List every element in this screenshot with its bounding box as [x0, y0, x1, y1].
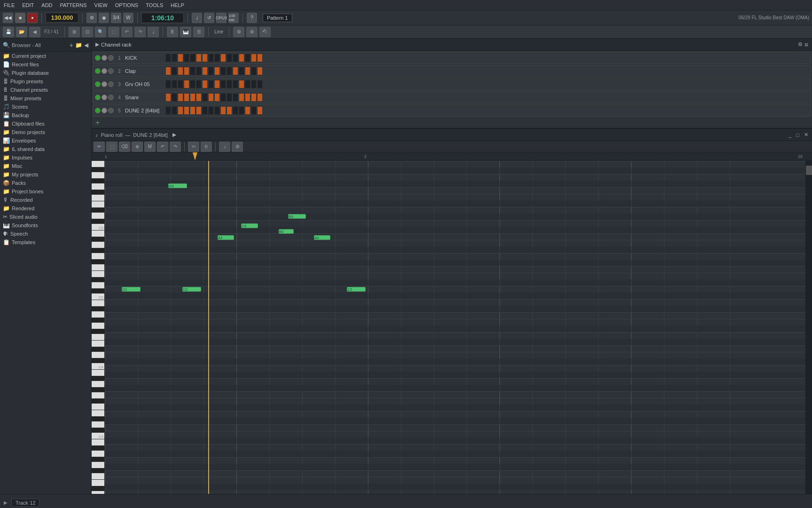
pad-1-0[interactable]: [165, 67, 171, 75]
ch-mute-1[interactable]: [102, 68, 107, 74]
ch-name-0[interactable]: KICK: [123, 55, 165, 61]
pad-3-12[interactable]: [239, 93, 244, 102]
pad-2-3[interactable]: [184, 80, 189, 88]
pad-2-13[interactable]: [245, 80, 250, 88]
piano-key-A6[interactable]: [92, 172, 104, 179]
pad-3-5[interactable]: [196, 93, 202, 102]
plugin-btn[interactable]: 🔌: [259, 27, 271, 37]
back-icon[interactable]: ◀: [84, 42, 88, 48]
pad-1-14[interactable]: [251, 67, 257, 75]
pad-3-0[interactable]: [165, 93, 171, 102]
channel-row-4[interactable]: 5 DUNE 2 [64bit]: [93, 104, 811, 117]
ch-name-3[interactable]: Snare: [123, 95, 165, 100]
ch-name-1[interactable]: Clap: [123, 68, 165, 74]
piano-key-A#5[interactable]: [92, 237, 104, 242]
channel-row-0[interactable]: 1 KICK: [93, 52, 811, 64]
sidebar-item-sliced-audio[interactable]: ✂Sliced audio: [0, 213, 91, 221]
pad-1-15[interactable]: [257, 67, 263, 75]
piano-key-A#4[interactable]: [92, 307, 104, 311]
tool-icon-2[interactable]: ◉: [99, 13, 109, 23]
channel-row-2[interactable]: 3 Grv OH 05: [93, 78, 811, 90]
pad-1-8[interactable]: [214, 67, 220, 75]
pad-2-9[interactable]: [220, 80, 226, 88]
piano-key-G#6[interactable]: [92, 179, 104, 183]
menu-patterns[interactable]: PATTERNS: [58, 2, 89, 8]
piano-key-D3[interactable]: [92, 421, 104, 428]
pad-3-10[interactable]: [226, 93, 232, 102]
piano-key-A#3[interactable]: [92, 376, 104, 381]
pad-0-5[interactable]: [196, 54, 202, 62]
pr-settings[interactable]: ⚙: [232, 142, 243, 152]
piano-key-F6[interactable]: [92, 195, 104, 201]
piano-key-G#3[interactable]: [92, 388, 104, 392]
pad-0-6[interactable]: [202, 54, 208, 62]
tool-icon-3[interactable]: 3/4: [111, 13, 121, 23]
piano-key-A5[interactable]: [92, 242, 104, 248]
ch-solo-0[interactable]: [108, 55, 114, 61]
piano-key-F4[interactable]: [92, 334, 104, 341]
pad-1-9[interactable]: [220, 67, 226, 75]
pr-mute[interactable]: M: [144, 142, 156, 152]
piano-key-C5[interactable]: C5: [92, 294, 104, 300]
pad-4-9[interactable]: [220, 106, 226, 115]
pr-copy[interactable]: ⎘: [201, 142, 212, 152]
menu-edit[interactable]: EDIT: [20, 2, 36, 8]
ch-name-4[interactable]: DUNE 2 [64bit]: [123, 108, 165, 113]
piano-key-D#4[interactable]: [92, 347, 104, 352]
piano-key-C3[interactable]: C3: [92, 433, 104, 439]
pad-3-2[interactable]: [178, 93, 183, 102]
prev-button[interactable]: ◀◀: [3, 13, 13, 23]
pr-cut[interactable]: ✂: [188, 142, 199, 152]
channel-btn[interactable]: ☰: [193, 27, 204, 37]
ch-solo-2[interactable]: [108, 81, 114, 87]
pad-2-4[interactable]: [190, 80, 195, 88]
pad-0-13[interactable]: [245, 54, 250, 62]
piano-key-A#6[interactable]: [92, 167, 104, 172]
pad-1-3[interactable]: [184, 67, 189, 75]
pad-1-2[interactable]: [178, 67, 183, 75]
piano-key-A#2[interactable]: [92, 446, 104, 451]
piano-key-F2[interactable]: [92, 473, 104, 480]
tool-icon-4[interactable]: W: [123, 13, 133, 23]
note-0[interactable]: G3: [168, 183, 187, 188]
record-button[interactable]: ●: [27, 13, 38, 23]
pr-zoom[interactable]: ⊕: [132, 142, 143, 152]
piano-key-G6[interactable]: [92, 183, 104, 190]
piano-key-E4[interactable]: [92, 341, 104, 347]
pad-3-9[interactable]: [220, 93, 226, 102]
save-btn[interactable]: 💾: [3, 27, 14, 37]
pad-1-5[interactable]: [196, 67, 202, 75]
sidebar-item-recent-files[interactable]: 📄Recent files: [0, 60, 91, 69]
piano-roll-maximize[interactable]: □: [796, 132, 799, 138]
pad-0-10[interactable]: [226, 54, 232, 62]
pad-2-7[interactable]: [208, 80, 214, 88]
ch-mute-4[interactable]: [102, 108, 107, 113]
snap-btn[interactable]: ⊡: [82, 27, 93, 37]
magnet-btn[interactable]: ⊞: [69, 27, 80, 37]
pad-3-15[interactable]: [257, 93, 263, 102]
pad-2-5[interactable]: [196, 80, 202, 88]
stop-button[interactable]: ■: [15, 13, 25, 23]
sidebar-item-mixer-presets[interactable]: 🎛Mixer presets: [0, 94, 91, 103]
channel-row-1[interactable]: 2 Clap: [93, 65, 811, 77]
pad-2-2[interactable]: [178, 80, 183, 88]
piano-key-B3[interactable]: [92, 370, 104, 376]
pad-2-0[interactable]: [165, 80, 171, 88]
pad-0-11[interactable]: [233, 54, 238, 62]
pad-4-3[interactable]: [184, 106, 189, 115]
note-7[interactable]: C2: [182, 287, 201, 292]
piano-key-D6[interactable]: [92, 213, 104, 219]
right-scrollbar[interactable]: [805, 161, 812, 494]
tool-icon-1[interactable]: ⚙: [86, 13, 97, 23]
pad-0-12[interactable]: [239, 54, 244, 62]
piano-key-A3[interactable]: [92, 381, 104, 388]
piano-key-F5[interactable]: [92, 264, 104, 271]
piano-key-C4[interactable]: C4: [92, 363, 104, 370]
menu-help[interactable]: HELP: [169, 2, 186, 8]
piano-key-E5[interactable]: [92, 271, 104, 278]
note-2[interactable]: B2: [279, 229, 294, 234]
pad-0-1[interactable]: [172, 54, 177, 62]
pad-2-6[interactable]: [202, 80, 208, 88]
note-6[interactable]: C2: [122, 287, 141, 292]
sidebar-item-my-projects[interactable]: 📁My projects: [0, 170, 91, 179]
